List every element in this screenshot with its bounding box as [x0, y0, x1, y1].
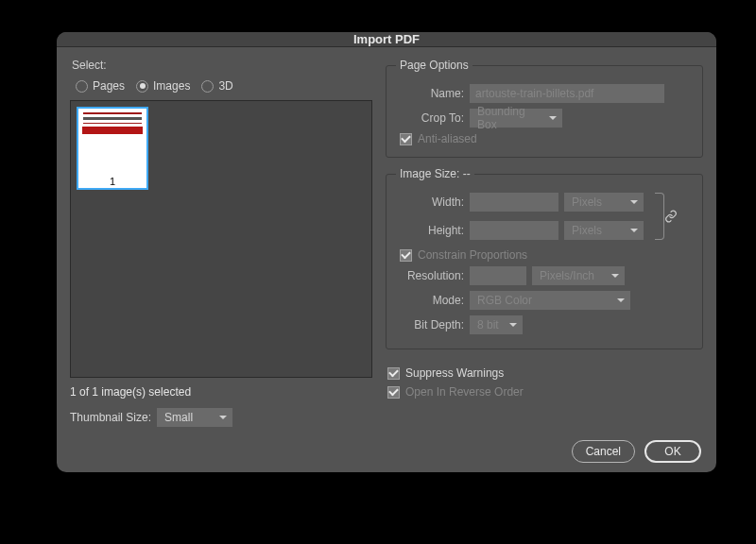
titlebar: Import PDF: [57, 32, 716, 47]
height-unit-value: Pixels: [572, 224, 602, 237]
radio-images[interactable]: Images: [136, 79, 190, 93]
width-label: Width:: [396, 196, 470, 209]
selection-status: 1 of 1 image(s) selected: [70, 385, 372, 399]
radio-3d-label: 3D: [218, 79, 232, 93]
select-panel: Select: Pages Images 3D: [70, 59, 372, 427]
radio-dot-icon: [76, 80, 88, 93]
mode-dropdown: RGB Color: [470, 291, 630, 310]
constrain-proportions-checkbox: [400, 249, 412, 262]
crop-to-dropdown: Bounding Box: [470, 109, 562, 128]
resolution-unit-value: Pixels/Inch: [540, 269, 594, 282]
thumbnail-item[interactable]: 1: [77, 107, 148, 190]
radio-pages[interactable]: Pages: [76, 79, 125, 93]
name-field: [470, 84, 664, 103]
height-field: [470, 221, 558, 240]
width-field: [470, 193, 558, 212]
thumbnail-size-value: Small: [164, 411, 193, 424]
select-label: Select:: [72, 59, 372, 72]
crop-to-value: Bounding Box: [477, 105, 545, 131]
cancel-button[interactable]: Cancel: [572, 440, 635, 463]
suppress-warnings-checkbox[interactable]: [387, 367, 400, 380]
radio-pages-label: Pages: [93, 79, 125, 93]
bit-depth-value: 8 bit: [477, 318, 499, 332]
crop-to-label: Crop To:: [396, 111, 470, 125]
bit-depth-label: Bit Depth:: [396, 318, 470, 332]
radio-dot-icon: [201, 80, 214, 93]
image-size-legend: Image Size: --: [396, 167, 474, 180]
anti-aliased-label: Anti-aliased: [418, 132, 477, 145]
thumbnail-number: 1: [78, 176, 146, 187]
ok-button[interactable]: OK: [644, 440, 701, 463]
mode-value: RGB Color: [477, 294, 532, 307]
options-panel: Page Options Name: Crop To: Bounding Box…: [386, 59, 703, 427]
image-size-group: Image Size: -- Width: Pixels Height:: [386, 167, 703, 349]
height-unit-dropdown: Pixels: [564, 221, 644, 240]
open-reverse-order-label: Open In Reverse Order: [405, 385, 524, 399]
suppress-warnings-label: Suppress Warnings: [405, 366, 504, 380]
dialog-title: Import PDF: [353, 32, 420, 46]
width-unit-dropdown: Pixels: [564, 193, 644, 212]
dialog-button-row: Cancel OK: [57, 440, 716, 476]
import-pdf-dialog: Import PDF Select: Pages Images 3D: [57, 32, 716, 472]
thumbnail-size-label: Thumbnail Size:: [70, 411, 151, 424]
constrain-link: [649, 193, 678, 240]
open-reverse-order-checkbox: [387, 386, 400, 399]
anti-aliased-checkbox: [400, 133, 412, 145]
name-label: Name:: [396, 87, 470, 100]
radio-dot-icon: [136, 80, 148, 93]
page-options-legend: Page Options: [396, 59, 472, 72]
radio-images-label: Images: [153, 79, 190, 93]
radio-3d[interactable]: 3D: [201, 79, 232, 93]
resolution-unit-dropdown: Pixels/Inch: [532, 266, 625, 285]
thumbnail-grid[interactable]: 1: [70, 100, 372, 378]
link-icon: [664, 210, 678, 223]
page-options-group: Page Options Name: Crop To: Bounding Box…: [386, 59, 703, 158]
constrain-proportions-label: Constrain Proportions: [418, 248, 527, 262]
select-radio-group: Pages Images 3D: [76, 79, 372, 93]
width-unit-value: Pixels: [572, 196, 602, 209]
bit-depth-dropdown: 8 bit: [470, 315, 523, 334]
height-label: Height:: [396, 224, 470, 237]
dialog-content: Select: Pages Images 3D: [57, 47, 716, 440]
mode-label: Mode:: [396, 294, 470, 307]
resolution-label: Resolution:: [396, 269, 470, 282]
thumbnail-size-dropdown[interactable]: Small: [157, 408, 232, 427]
resolution-field: [470, 266, 526, 285]
